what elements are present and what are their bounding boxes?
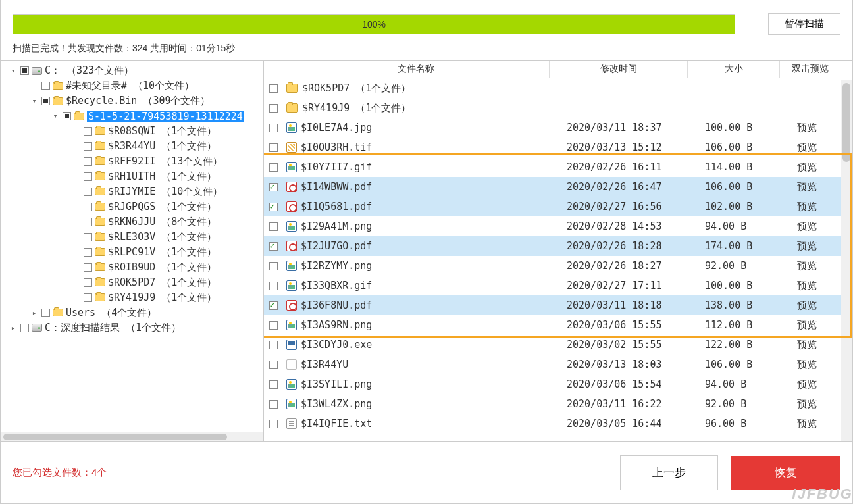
file-checkbox[interactable]: [269, 400, 278, 409]
file-row[interactable]: $I3SYILI.png2020/03/06 15:5494.00 B预览: [264, 374, 852, 394]
col-size-header[interactable]: 大小: [688, 61, 780, 78]
tree-checkbox[interactable]: [84, 157, 92, 166]
file-checkbox[interactable]: [269, 242, 278, 251]
tree-checkbox[interactable]: [63, 112, 71, 120]
tree-label[interactable]: $RH1UITH （1个文件）: [108, 170, 217, 182]
tree-node[interactable]: ▾S-1-5-21-79453819-13112224: [1, 109, 263, 124]
tree-checkbox[interactable]: [84, 188, 92, 196]
tree-label[interactable]: $R3R44YU （1个文件）: [108, 140, 217, 152]
file-vscrollbar[interactable]: [841, 80, 852, 441]
tree-node[interactable]: $RLPC91V （1个文件）: [1, 245, 263, 260]
tree-checkbox[interactable]: [41, 309, 50, 317]
file-checkbox[interactable]: [269, 104, 278, 113]
tree-label[interactable]: $R08SQWI （1个文件）: [108, 125, 217, 137]
expand-icon[interactable]: ▸: [30, 309, 39, 317]
file-checkbox[interactable]: [269, 84, 278, 93]
tree-node[interactable]: $ROIB9UD （1个文件）: [1, 260, 263, 275]
tree-checkbox[interactable]: [84, 248, 92, 257]
tree-checkbox[interactable]: [84, 172, 92, 181]
tree-node[interactable]: $ROK5PD7 （1个文件）: [1, 275, 263, 290]
tree-checkbox[interactable]: [20, 66, 29, 75]
tree-label[interactable]: S-1-5-21-79453819-13112224: [87, 111, 244, 122]
file-checkbox[interactable]: [269, 282, 278, 290]
tree-label[interactable]: C： （323个文件）: [45, 64, 134, 76]
collapse-icon[interactable]: ▾: [51, 112, 60, 120]
file-row[interactable]: $ROK5PD7 （1个文件）: [264, 78, 852, 98]
tree-checkbox[interactable]: [84, 233, 92, 241]
tree-node[interactable]: $RFF92II （13个文件）: [1, 154, 263, 169]
file-row[interactable]: $I2RZYMY.png2020/02/26 18:2792.00 B预览: [264, 256, 852, 276]
collapse-icon[interactable]: ▾: [30, 97, 39, 105]
tree-label[interactable]: $RJGPQGS （1个文件）: [108, 201, 217, 213]
file-row[interactable]: $I2JU7GO.pdf2020/02/26 18:28174.00 B预览: [264, 236, 852, 256]
file-checkbox[interactable]: [269, 163, 278, 172]
file-row[interactable]: $I3CDYJ0.exe2020/03/02 15:55122.00 B预览: [264, 335, 852, 355]
tree-label[interactable]: $RY419J9 （1个文件）: [108, 291, 217, 303]
tree-checkbox[interactable]: [84, 293, 92, 302]
file-row[interactable]: $I29A41M.png2020/02/28 14:5394.00 B预览: [264, 216, 852, 236]
expand-icon[interactable]: ▸: [9, 324, 18, 332]
tree-checkbox[interactable]: [84, 263, 92, 272]
tree-node[interactable]: $RH1UITH （1个文件）: [1, 169, 263, 184]
tree-node[interactable]: $RY419J9 （1个文件）: [1, 290, 263, 305]
tree-checkbox[interactable]: [84, 218, 92, 226]
file-row[interactable]: $I14WBWW.pdf2020/02/26 16:47106.00 B预览: [264, 177, 852, 197]
col-date-header[interactable]: 修改时间: [550, 61, 688, 78]
collapse-icon[interactable]: ▾: [9, 66, 18, 75]
tree-label[interactable]: $RIJYMIE （10个文件）: [108, 186, 222, 197]
tree-checkbox[interactable]: [84, 142, 92, 151]
file-checkbox[interactable]: [269, 222, 278, 231]
file-row[interactable]: $I1Q5681.pdf2020/02/27 16:56102.00 B预览: [264, 197, 852, 216]
folder-tree[interactable]: ▾C： （323个文件）#未知父目录# （10个文件）▾$Recycle.Bin…: [1, 61, 264, 441]
file-row[interactable]: $I33QBXR.gif2020/02/27 17:11100.00 B预览: [264, 276, 852, 295]
tree-node[interactable]: $RKN6JJU （8个文件）: [1, 214, 263, 230]
file-checkbox[interactable]: [269, 183, 278, 191]
tree-checkbox[interactable]: [84, 127, 92, 136]
file-checkbox[interactable]: [269, 203, 278, 211]
file-list[interactable]: $ROK5PD7 （1个文件）$RY419J9 （1个文件）$I0LE7A4.j…: [264, 78, 852, 441]
tree-node[interactable]: ▸Users （4个文件）: [1, 305, 263, 320]
tree-label[interactable]: $RLE3O3V （1个文件）: [108, 231, 217, 243]
tree-checkbox[interactable]: [20, 324, 29, 332]
file-row[interactable]: $I3WL4ZX.png2020/03/11 16:2292.00 B预览: [264, 394, 852, 414]
tree-label[interactable]: #未知父目录# （10个文件）: [66, 80, 194, 91]
file-checkbox[interactable]: [269, 321, 278, 330]
file-checkbox[interactable]: [269, 420, 278, 428]
file-row[interactable]: $I0Y7II7.gif2020/02/26 16:11114.00 B预览: [264, 157, 852, 177]
tree-node[interactable]: $R3R44YU （1个文件）: [1, 139, 263, 154]
file-checkbox[interactable]: [269, 143, 278, 152]
tree-label[interactable]: Users （4个文件）: [66, 307, 157, 318]
file-row[interactable]: $I3R44YU2020/03/13 18:03106.00 B预览: [264, 355, 852, 374]
tree-label[interactable]: $Recycle.Bin （309个文件）: [66, 95, 211, 107]
tree-checkbox[interactable]: [41, 82, 50, 90]
tree-node[interactable]: $RLE3O3V （1个文件）: [1, 230, 263, 245]
file-checkbox[interactable]: [269, 380, 278, 389]
tree-node[interactable]: ▾$Recycle.Bin （309个文件）: [1, 93, 263, 109]
file-checkbox[interactable]: [269, 262, 278, 270]
tree-label[interactable]: $RKN6JJU （8个文件）: [108, 216, 217, 228]
col-preview-header[interactable]: 双击预览: [780, 61, 840, 78]
file-row[interactable]: $I0OU3RH.tif2020/03/13 15:12106.00 B预览: [264, 138, 852, 157]
tree-node[interactable]: $RIJYMIE （10个文件）: [1, 184, 263, 199]
tree-node[interactable]: ▸C：深度扫描结果 （1个文件）: [1, 320, 263, 336]
file-checkbox[interactable]: [269, 341, 278, 349]
tree-hscroll-thumb[interactable]: [3, 434, 227, 440]
file-row[interactable]: $I3AS9RN.png2020/03/06 15:55112.00 B预览: [264, 315, 852, 335]
pause-scan-button[interactable]: 暂停扫描: [768, 13, 840, 35]
recover-button[interactable]: 恢复: [731, 456, 840, 490]
tree-checkbox[interactable]: [84, 203, 92, 211]
previous-button[interactable]: 上一步: [620, 455, 718, 490]
file-row[interactable]: $I36F8NU.pdf2020/03/11 18:18138.00 B预览: [264, 295, 852, 315]
file-vscroll-thumb[interactable]: [842, 83, 850, 162]
tree-checkbox[interactable]: [41, 97, 50, 105]
tree-node[interactable]: #未知父目录# （10个文件）: [1, 78, 263, 93]
tree-label[interactable]: $ROIB9UD （1个文件）: [108, 261, 217, 273]
tree-checkbox[interactable]: [84, 278, 92, 287]
file-checkbox[interactable]: [269, 124, 278, 132]
tree-hscrollbar[interactable]: [1, 432, 263, 441]
tree-node[interactable]: ▾C： （323个文件）: [1, 63, 263, 78]
file-row[interactable]: $I0LE7A4.jpg2020/03/11 18:37100.00 B预览: [264, 118, 852, 138]
tree-node[interactable]: $R08SQWI （1个文件）: [1, 124, 263, 139]
file-row[interactable]: $I4IQFIE.txt2020/03/05 16:4496.00 B预览: [264, 414, 852, 434]
tree-label[interactable]: $ROK5PD7 （1个文件）: [108, 276, 217, 288]
